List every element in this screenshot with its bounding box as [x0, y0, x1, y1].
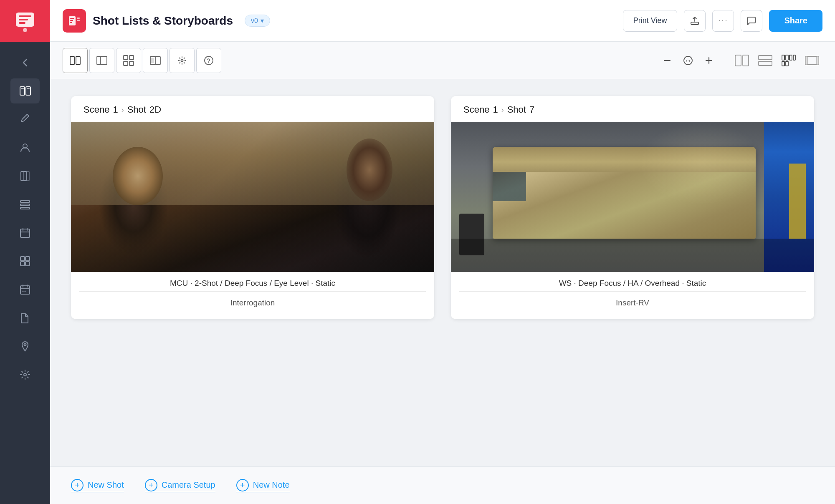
svg-rect-41 — [76, 56, 80, 65]
camera-setup-button[interactable]: + Camera Setup — [145, 479, 215, 492]
toolbar-split-btn[interactable] — [143, 48, 168, 73]
shot-card-1[interactable]: Scene 1 › Shot 2D — [71, 96, 434, 319]
svg-rect-14 — [20, 204, 30, 206]
svg-rect-60 — [743, 55, 749, 66]
svg-rect-70 — [805, 56, 807, 65]
svg-rect-47 — [129, 61, 134, 66]
svg-rect-62 — [759, 61, 772, 66]
svg-point-29 — [25, 291, 26, 292]
new-shot-button[interactable]: + New Shot — [71, 479, 124, 492]
svg-rect-4 — [19, 22, 25, 24]
page-title: Shot Lists & Storyboards — [93, 14, 233, 28]
card-image-2 — [451, 122, 814, 272]
card-shot-info-1: MCU · 2-Shot / Deep Focus / Eye Level · … — [79, 272, 426, 292]
svg-rect-40 — [70, 56, 74, 65]
svg-rect-44 — [124, 55, 128, 60]
svg-rect-23 — [25, 262, 30, 266]
new-shot-circle-icon: + — [71, 479, 84, 491]
card-shot-info-2: WS · Deep Focus / HA / Overhead · Static — [459, 272, 806, 292]
upload-button[interactable] — [684, 10, 706, 32]
svg-text:1:1: 1:1 — [686, 59, 691, 63]
sidebar-item-schedule[interactable] — [10, 220, 40, 245]
new-note-circle-icon: + — [236, 479, 249, 491]
svg-rect-35 — [70, 20, 73, 21]
svg-rect-71 — [817, 56, 819, 65]
toolbar-side-panel-btn[interactable] — [89, 48, 114, 73]
shot-card-2[interactable]: Scene 1 › Shot 7 — [451, 96, 814, 319]
bottom-bar: + New Shot + Camera Setup + New Note — [50, 466, 835, 504]
canvas-area: Scene 1 › Shot 2D — [50, 79, 835, 466]
svg-point-28 — [23, 291, 24, 292]
svg-rect-13 — [20, 201, 30, 202]
print-view-button[interactable]: Print View — [623, 10, 678, 32]
svg-point-5 — [23, 28, 27, 32]
svg-rect-65 — [789, 55, 792, 60]
svg-point-51 — [181, 59, 183, 61]
svg-rect-63 — [782, 55, 784, 60]
version-selector[interactable]: v0 ▾ — [245, 15, 270, 27]
app-logo[interactable] — [0, 0, 50, 42]
svg-point-30 — [24, 344, 26, 346]
sidebar-item-locations[interactable] — [10, 334, 40, 359]
sidebar-item-back[interactable] — [10, 50, 40, 75]
toolbar-help-btn[interactable] — [196, 48, 221, 73]
view-controls — [731, 51, 822, 70]
view-wide-button[interactable] — [755, 51, 776, 70]
zoom-out-button[interactable] — [659, 52, 676, 69]
svg-rect-68 — [786, 61, 788, 66]
svg-rect-34 — [70, 18, 74, 19]
sidebar-item-files[interactable] — [10, 305, 40, 330]
svg-rect-38 — [77, 20, 80, 21]
svg-rect-24 — [20, 286, 30, 294]
svg-rect-39 — [691, 22, 698, 25]
view-4col-button[interactable] — [778, 51, 799, 70]
card-description-1: Interrogation — [71, 292, 434, 311]
toolbar-settings-btn[interactable] — [170, 48, 195, 73]
svg-rect-21 — [25, 257, 30, 261]
svg-rect-16 — [20, 229, 30, 237]
toolbar-storyboard-btn[interactable] — [63, 48, 88, 73]
toolbar: 1:1 — [50, 42, 835, 79]
sidebar-item-storyboard[interactable] — [10, 78, 40, 103]
zoom-reset-button[interactable]: 1:1 — [682, 55, 694, 66]
svg-rect-50 — [151, 58, 154, 63]
sidebar-item-settings[interactable] — [10, 362, 40, 387]
svg-rect-22 — [20, 262, 25, 266]
svg-rect-45 — [129, 55, 134, 60]
sidebar-item-loadboard[interactable] — [10, 249, 40, 274]
view-filmstrip-button[interactable] — [802, 51, 822, 70]
svg-point-53 — [208, 62, 209, 63]
sidebar-item-calendar[interactable] — [10, 277, 40, 302]
shots-grid: Scene 1 › Shot 2D — [71, 96, 814, 319]
svg-rect-67 — [782, 61, 784, 66]
more-options-button[interactable]: ··· — [712, 10, 734, 32]
sidebar-item-pages[interactable] — [10, 164, 40, 189]
svg-rect-15 — [20, 207, 30, 209]
new-note-button[interactable]: + New Note — [236, 479, 290, 492]
svg-rect-37 — [77, 18, 80, 19]
sidebar-item-breakdown[interactable] — [10, 192, 40, 217]
zoom-in-button[interactable] — [701, 52, 717, 69]
header: Shot Lists & Storyboards v0 ▾ Print View… — [50, 0, 835, 42]
card-image-1 — [71, 122, 434, 272]
svg-rect-36 — [70, 22, 72, 23]
main-content: Shot Lists & Storyboards v0 ▾ Print View… — [50, 0, 835, 504]
sidebar-item-cast[interactable] — [10, 135, 40, 160]
toolbar-grid-btn[interactable] — [116, 48, 141, 73]
comments-button[interactable] — [741, 10, 762, 32]
svg-rect-64 — [786, 55, 788, 60]
svg-rect-46 — [124, 61, 128, 66]
sidebar-navigation — [0, 42, 50, 396]
sidebar-item-write[interactable] — [10, 107, 40, 132]
svg-rect-2 — [19, 15, 31, 17]
view-2col-button[interactable] — [731, 51, 752, 70]
sidebar — [0, 0, 50, 504]
share-button[interactable]: Share — [769, 10, 822, 32]
card-header-2: Scene 1 › Shot 7 — [451, 96, 814, 122]
zoom-controls: 1:1 — [659, 52, 717, 69]
svg-rect-59 — [735, 55, 741, 66]
header-app-icon — [63, 9, 86, 33]
svg-rect-61 — [759, 55, 772, 60]
svg-rect-3 — [19, 19, 28, 20]
svg-rect-7 — [26, 87, 30, 95]
